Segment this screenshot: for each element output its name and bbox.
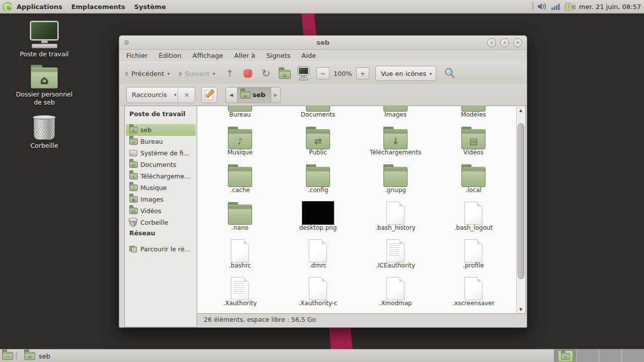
folder-icon: ▫▫	[2, 352, 13, 360]
breadcrumb-left-icon[interactable]: ◀	[226, 87, 237, 103]
folder-downloads-icon: ↓	[129, 173, 138, 179]
bottom-panel: ▫▫ ⌂ seb ⌂	[0, 349, 644, 362]
menu-aller-a[interactable]: Aller à	[234, 52, 256, 59]
workspace-cell-2[interactable]	[576, 349, 599, 362]
sidebar-item-bureau[interactable]: ▫Bureau	[126, 136, 196, 147]
computer-button[interactable]	[295, 65, 311, 81]
up-icon: ↑	[226, 68, 234, 79]
shortcut-close-icon[interactable]: ×	[179, 91, 195, 99]
home-icon: ⌂	[24, 352, 35, 360]
file-manager-window: seb ∨ ∧ × Fichier Édition Affichage Alle…	[119, 35, 527, 328]
sidebar-item-documents[interactable]: ▤Documents	[126, 159, 196, 170]
tray-grip[interactable]	[532, 3, 534, 11]
menu-fichier[interactable]: Fichier	[126, 52, 148, 59]
network-signal-icon[interactable]	[551, 3, 561, 11]
workspace-switcher: ⌂	[553, 349, 644, 362]
folder-images-icon: ◉	[129, 196, 138, 203]
folder-home-icon: ⌂	[129, 127, 138, 133]
folder-documents-icon: ▤	[129, 161, 138, 168]
menu-emplacements[interactable]: Emplacements	[67, 3, 130, 11]
menu-affichage[interactable]: Affichage	[192, 52, 223, 59]
back-button[interactable]: ‹ Précédent ▾	[124, 65, 170, 81]
workspace-cell-3[interactable]	[599, 349, 621, 362]
battery-icon[interactable]	[565, 3, 576, 11]
view-mode-caret-icon: ▾	[429, 71, 432, 76]
panel-grip[interactable]	[16, 352, 18, 360]
desktop-icon-poste[interactable]: Poste de travail	[11, 22, 77, 58]
location-bar: Raccourcis ▾ × ◀ ⌂ seb ▶	[119, 84, 527, 106]
menu-logo-icon[interactable]	[2, 2, 12, 12]
back-history-caret-icon[interactable]: ▾	[167, 71, 170, 76]
search-button[interactable]	[441, 65, 458, 81]
breadcrumb-item-seb[interactable]: ⌂ seb	[237, 87, 271, 103]
folder-desktop-icon: ▫	[129, 138, 138, 145]
forward-history-caret-icon[interactable]: ▾	[213, 71, 215, 76]
workspace-cell-4[interactable]	[621, 349, 644, 362]
zoom-out-icon[interactable]: −	[316, 67, 330, 79]
folder-videos-icon: ▤	[461, 129, 486, 149]
menu-edition[interactable]: Édition	[159, 52, 182, 59]
scroll-down-icon[interactable]: ▼	[517, 306, 525, 313]
sidebar-item-musique[interactable]: ♪Musique	[126, 182, 196, 194]
taskbar-item-seb[interactable]: ⌂ seb	[19, 350, 55, 362]
sidebar-item-images[interactable]: ◉Images	[126, 194, 196, 205]
sidebar-item-t-l-chargeme-[interactable]: ↓Téléchargeme...	[126, 170, 196, 182]
workspace-cell-1[interactable]: ⌂	[553, 349, 576, 362]
home-icon: ⌂	[240, 91, 251, 99]
scroll-up-icon[interactable]: ▲	[517, 107, 525, 114]
folder-home-icon: ⌂	[31, 67, 58, 88]
menubar: Fichier Édition Affichage Aller à Signet…	[119, 49, 527, 62]
refresh-button[interactable]: ↻	[259, 65, 274, 81]
vertical-scrollbar[interactable]: ▲ ▼	[516, 107, 525, 313]
file-text-icon	[231, 277, 249, 300]
sidebar-item-parcourir-le-r-[interactable]: Parcourir le ré...	[126, 243, 196, 255]
sidebar-header: Réseau	[129, 228, 155, 237]
menu-aide[interactable]: Aide	[301, 52, 316, 59]
menu-systeme[interactable]: Système	[130, 3, 171, 11]
network-icon	[129, 246, 137, 252]
home-button[interactable]: ⌂	[277, 65, 293, 81]
sidebar-item-seb[interactable]: ⌂seb	[126, 124, 196, 136]
forward-button[interactable]: › Suivant ▾	[178, 65, 215, 81]
window-title: seb	[119, 39, 527, 46]
desktop: Applications Emplacements Système	[0, 0, 644, 362]
desktop-icon-dossier[interactable]: ⌂Dossier personnel de seb	[11, 62, 77, 106]
system-tray: mer. 21 juin, 08:57	[532, 3, 644, 11]
trash-icon	[34, 117, 55, 140]
edit-location-button[interactable]	[201, 87, 217, 103]
sidebar-item-syst-me-de-fi-[interactable]: Système de fi...	[126, 147, 196, 159]
window-menu-icon[interactable]	[124, 40, 129, 45]
zoom-in-icon[interactable]: +	[356, 67, 369, 79]
up-button[interactable]: ↑	[222, 65, 237, 81]
menu-signets[interactable]: Signets	[266, 52, 290, 59]
file-icon	[464, 239, 482, 262]
shortcut-dropdown[interactable]: Raccourcis ▾ ×	[126, 87, 195, 103]
maximize-icon[interactable]: ∧	[500, 38, 509, 47]
desktop-icon-corbeille[interactable]: Corbeille	[11, 114, 77, 150]
minimize-icon[interactable]: ∨	[487, 38, 496, 47]
status-text: 26 éléments, espace libre : 56,5 Go	[204, 316, 316, 323]
titlebar[interactable]: seb ∨ ∧ ×	[119, 36, 527, 50]
file-icon	[386, 277, 405, 300]
volume-icon[interactable]	[537, 3, 547, 11]
sidebar-item-corbeille[interactable]: Corbeille	[126, 217, 196, 228]
stop-button[interactable]	[240, 65, 256, 81]
divider	[178, 88, 178, 102]
icon-view[interactable]: BureauDocumentsImagesModèles♪Musique⇄Pub…	[197, 106, 526, 314]
folder-videos-icon: ▤	[129, 208, 138, 214]
side-pane: Poste de travail⌂seb▫BureauSystème de fi…	[124, 106, 197, 327]
top-panel: Applications Emplacements Système	[0, 0, 644, 14]
folder-icon	[306, 167, 330, 187]
sidebar-item-vid-os[interactable]: ▤Vidéos	[126, 205, 196, 217]
zoom-level: 100%	[334, 70, 352, 77]
menu-applications[interactable]: Applications	[12, 3, 67, 11]
view-mode-dropdown[interactable]: Vue en icônes ▾	[375, 66, 437, 81]
close-icon[interactable]: ×	[513, 38, 522, 47]
workspace-window-home-icon[interactable]: ⌂	[558, 350, 573, 362]
breadcrumb-right-icon[interactable]: ▶	[271, 87, 280, 103]
scrollbar-thumb[interactable]	[518, 123, 524, 279]
status-bar: 26 éléments, espace libre : 56,5 Go	[197, 313, 532, 326]
clock[interactable]: mer. 21 juin, 08:57	[579, 3, 641, 11]
file-icon	[464, 202, 482, 225]
show-desktop-button[interactable]: ▫▫	[1, 350, 14, 362]
